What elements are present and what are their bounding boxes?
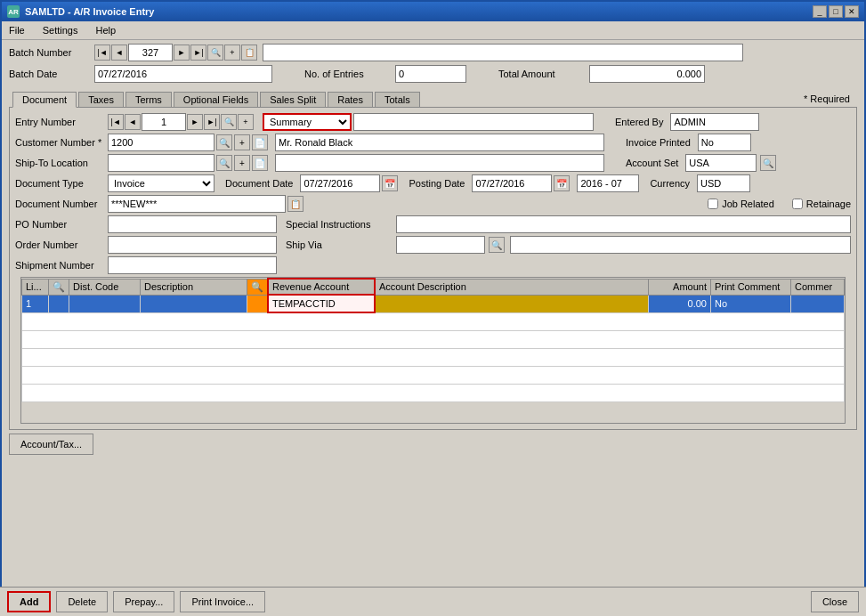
ship-to-label: Ship-To Location [15,158,104,168]
tab-document[interactable]: Document [12,92,77,108]
ship-to-row: Ship-To Location 🔍 + 📄 Account Set 🔍 [15,154,851,172]
batch-number-row: Batch Number |◄ ◄ ► ►| 🔍 + 📋 [9,44,857,61]
batch-nav: |◄ ◄ ► ►| 🔍 + 📋 [94,44,257,61]
cell-comment [791,295,845,312]
job-related-checkbox[interactable] [708,199,718,209]
document-number-input[interactable] [108,195,286,213]
batch-extra-btn[interactable]: 📋 [241,45,257,61]
entry-prev-btn[interactable]: ◄ [125,114,141,130]
ship-to-add-btn[interactable]: + [234,155,250,171]
entry-last-btn[interactable]: ►| [204,114,220,130]
shipment-number-input[interactable] [108,256,277,274]
cell-revenue-account[interactable]: TEMPACCTID [268,295,375,312]
entered-by-input[interactable] [670,113,759,131]
ship-to-open-btn[interactable]: 📄 [252,155,268,171]
total-amount-label: Total Amount [498,69,579,79]
customer-number-input[interactable] [108,134,214,151]
batch-first-btn[interactable]: |◄ [94,45,110,61]
document-date-picker-btn[interactable]: 📅 [382,175,398,191]
col-search[interactable]: 🔍 [49,279,69,295]
customer-name-input[interactable] [275,134,604,151]
po-number-row: PO Number [15,215,277,233]
batch-last-btn[interactable]: ►| [190,45,206,61]
summary-description-input[interactable] [353,113,594,131]
main-window: AR SAMLTD - A/R Invoice Entry _ □ ✕ File… [0,0,866,616]
print-invoice-button[interactable]: Print Invoice... [180,591,265,612]
document-number-icon-btn[interactable]: 📋 [287,196,304,212]
tab-taxes[interactable]: Taxes [78,92,124,107]
tab-optional-fields[interactable]: Optional Fields [174,92,258,107]
tab-terms[interactable]: Terms [125,92,172,107]
tab-totals[interactable]: Totals [375,92,420,107]
table-row[interactable]: 1 TEMPACCTID 0.00 No [22,295,845,312]
cell-search [49,295,69,312]
prepay-button[interactable]: Prepay... [113,591,174,612]
currency-input[interactable] [697,174,750,192]
account-set-search-btn[interactable]: 🔍 [760,155,776,171]
account-tax-button[interactable]: Account/Tax... [9,434,93,455]
special-instructions-input[interactable] [396,215,851,233]
document-date-input[interactable] [300,174,380,192]
batch-search-btn[interactable]: 🔍 [207,45,223,61]
col-revenue-search[interactable]: 🔍 [247,279,269,295]
invoice-printed-input [698,134,751,151]
posting-date-picker-btn[interactable]: 📅 [554,175,570,191]
posting-date-input[interactable] [472,174,552,192]
entry-search-btn[interactable]: 🔍 [221,114,237,130]
title-bar-text: SAMLTD - A/R Invoice Entry [25,6,154,17]
batch-description-input[interactable] [263,44,743,61]
job-related-check[interactable]: Job Related [708,199,774,209]
menu-file[interactable]: File [5,23,28,37]
retainage-check[interactable]: Retainage [792,199,851,209]
summary-select[interactable]: Summary Detail [263,113,352,131]
minimize-button[interactable]: _ [813,5,827,18]
document-number-row: Document Number 📋 Job Related Retainage [15,195,851,213]
maximize-button[interactable]: □ [829,5,843,18]
ship-via-desc-input[interactable] [510,236,851,254]
add-button[interactable]: Add [7,591,51,612]
ship-via-label: Ship Via [286,239,393,250]
batch-add-btn[interactable]: + [224,45,240,61]
order-number-row: Order Number [15,236,277,254]
menu-help[interactable]: Help [92,23,119,37]
total-amount-input[interactable] [589,65,705,83]
table-row-empty-2 [22,312,845,330]
tab-rates[interactable]: Rates [328,92,373,107]
table-row-empty-5 [22,366,845,384]
currency-label: Currency [650,178,690,189]
po-number-input[interactable] [108,215,277,233]
no-entries-input[interactable] [395,65,466,83]
ship-to-search-btn[interactable]: 🔍 [216,155,232,171]
po-right: Special Instructions Ship Via 🔍 [286,215,851,277]
period-input[interactable] [577,174,639,192]
ship-via-input[interactable] [396,236,485,254]
col-account-desc: Account Description [375,279,649,295]
entry-first-btn[interactable]: |◄ [108,114,124,130]
ship-to-address-input[interactable] [275,154,604,172]
col-dist-code: Dist. Code [69,279,141,295]
ship-via-search-btn[interactable]: 🔍 [489,237,505,253]
order-number-input[interactable] [108,236,277,254]
entry-add-btn[interactable]: + [238,114,254,130]
customer-search-btn[interactable]: 🔍 [216,134,232,150]
batch-prev-btn[interactable]: ◄ [111,45,127,61]
entry-number-input[interactable] [142,113,186,131]
account-set-input[interactable] [685,154,757,172]
ship-to-input[interactable] [108,154,214,172]
po-left: PO Number Order Number Shipment Number [15,215,277,277]
close-window-button[interactable]: ✕ [845,5,859,18]
batch-number-input[interactable] [128,44,173,61]
tab-sales-split[interactable]: Sales Split [260,92,326,107]
batch-date-input[interactable] [94,65,272,83]
menu-settings[interactable]: Settings [39,23,82,37]
document-type-select[interactable]: Invoice Credit Note Debit Note Interest … [108,174,214,192]
customer-open-btn[interactable]: 📄 [252,134,268,150]
col-comment: Commer [791,279,845,295]
batch-next-btn[interactable]: ► [174,45,190,61]
entry-next-btn[interactable]: ► [187,114,203,130]
delete-button[interactable]: Delete [56,591,108,612]
customer-add-btn[interactable]: + [234,134,250,150]
shipment-number-label: Shipment Number [15,260,104,271]
retainage-checkbox[interactable] [792,199,803,209]
close-button[interactable]: Close [811,591,859,612]
